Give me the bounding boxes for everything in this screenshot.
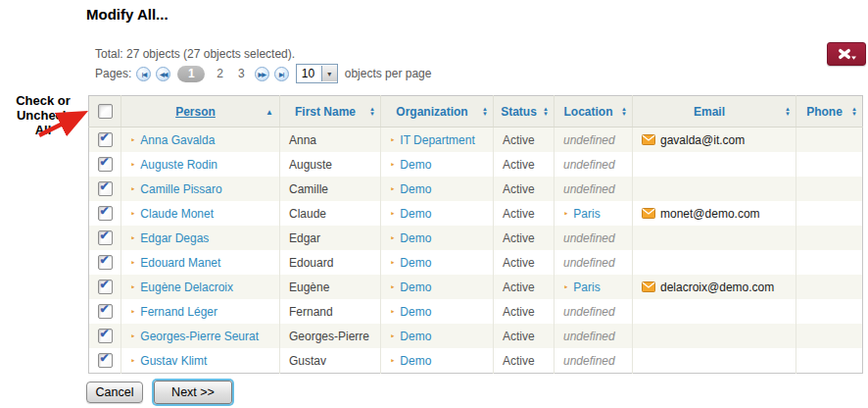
expand-arrow-icon[interactable]: ‣	[390, 332, 395, 341]
person-link[interactable]: Fernand Léger	[140, 305, 217, 319]
row-checkbox[interactable]: ✔	[98, 132, 113, 147]
expand-arrow-icon[interactable]: ‣	[390, 184, 395, 194]
person-cell: ‣Edgar Degas	[121, 226, 280, 250]
column-header-person[interactable]: Person ▲	[121, 96, 280, 128]
checkmark-icon: ✔	[100, 155, 110, 169]
per-page-select[interactable]: 10 ▾	[296, 64, 338, 83]
person-link[interactable]: Claude Monet	[140, 207, 214, 221]
sort-icon[interactable]: ▲▼	[543, 107, 549, 117]
expand-arrow-icon[interactable]: ‣	[390, 209, 395, 219]
row-checkbox[interactable]: ✔	[98, 206, 113, 221]
email-text: delacroix@demo.com	[660, 280, 774, 294]
expand-arrow-icon[interactable]: ‣	[130, 258, 135, 268]
status-cell: Active	[494, 275, 555, 299]
tools-menu-button[interactable]	[827, 42, 866, 66]
organization-link[interactable]: Demo	[400, 354, 431, 368]
phone-cell	[796, 275, 863, 299]
column-header-phone[interactable]: Phone ▲▼	[796, 96, 863, 128]
expand-arrow-icon[interactable]: ‣	[390, 356, 395, 366]
first-name-cell: Gustav	[280, 348, 381, 374]
page-2-link[interactable]: 2	[212, 67, 228, 80]
organization-link[interactable]: Demo	[400, 280, 431, 294]
select-all-checkbox[interactable]	[98, 104, 113, 119]
sort-asc-icon[interactable]: ▲	[265, 107, 273, 116]
organization-cell: ‣Demo	[381, 324, 494, 348]
last-page-button[interactable]: ▶|	[274, 67, 289, 81]
expand-arrow-icon[interactable]: ‣	[390, 307, 395, 317]
next-page-button[interactable]: ▶▶	[255, 67, 269, 81]
person-link[interactable]: Camille Pissaro	[140, 182, 221, 196]
previous-page-button[interactable]: ◀◀	[156, 67, 170, 81]
organization-link[interactable]: Demo	[400, 305, 431, 319]
status-text: Active	[494, 207, 535, 221]
sort-icon[interactable]: ▲▼	[621, 107, 627, 117]
expand-arrow-icon[interactable]: ‣	[390, 282, 395, 292]
row-checkbox[interactable]: ✔	[98, 329, 113, 343]
sort-icon[interactable]: ▲▼	[369, 107, 375, 117]
person-link[interactable]: Georges-Pierre Seurat	[140, 330, 259, 343]
column-header-location[interactable]: Location ▲▼	[555, 96, 633, 128]
organization-cell: ‣Demo	[381, 177, 494, 201]
person-link[interactable]: Gustav Klimt	[140, 354, 207, 368]
row-checkbox[interactable]: ✔	[98, 181, 113, 196]
organization-link[interactable]: IT Department	[400, 133, 474, 147]
expand-arrow-icon[interactable]: ‣	[390, 258, 395, 268]
expand-arrow-icon[interactable]: ‣	[390, 160, 395, 170]
expand-arrow-icon[interactable]: ‣	[130, 233, 135, 243]
email-cell	[633, 250, 796, 275]
location-undefined-text: undefined	[555, 330, 615, 343]
person-cell: ‣Anna Gavalda	[121, 128, 280, 153]
organization-link[interactable]: Demo	[400, 231, 431, 245]
sort-icon[interactable]: ▲▼	[482, 107, 488, 117]
person-link[interactable]: Edouard Manet	[140, 256, 220, 270]
status-text: Active	[494, 158, 535, 172]
organization-link[interactable]: Demo	[400, 330, 431, 343]
row-checkbox[interactable]: ✔	[98, 230, 113, 245]
email-cell	[633, 348, 796, 374]
organization-link[interactable]: Demo	[400, 207, 431, 221]
row-checkbox[interactable]: ✔	[98, 353, 113, 368]
row-checkbox[interactable]: ✔	[98, 280, 113, 294]
organization-cell: ‣Demo	[381, 275, 494, 299]
page-3-link[interactable]: 3	[233, 67, 250, 80]
expand-arrow-icon[interactable]: ‣	[390, 135, 395, 145]
organization-link[interactable]: Demo	[400, 182, 431, 196]
expand-arrow-icon[interactable]: ‣	[563, 282, 568, 292]
column-header-status[interactable]: Status ▲▼	[494, 96, 555, 128]
row-checkbox[interactable]: ✔	[98, 304, 113, 319]
column-header-organization[interactable]: Organization ▲▼	[381, 96, 494, 128]
person-link[interactable]: Eugène Delacroix	[140, 280, 233, 294]
expand-arrow-icon[interactable]: ‣	[130, 160, 135, 170]
expand-arrow-icon[interactable]: ‣	[390, 233, 395, 243]
person-link[interactable]: Auguste Rodin	[140, 158, 217, 172]
expand-arrow-icon[interactable]: ‣	[130, 356, 135, 366]
row-checkbox-cell: ✔	[89, 348, 121, 374]
location-link[interactable]: Paris	[573, 280, 600, 294]
expand-arrow-icon[interactable]: ‣	[130, 307, 135, 317]
organization-link[interactable]: Demo	[400, 158, 431, 172]
organization-cell: ‣Demo	[381, 299, 494, 324]
organization-cell: ‣Demo	[381, 226, 494, 250]
checkmark-icon: ✔	[100, 253, 110, 267]
person-link[interactable]: Anna Gavalda	[140, 133, 215, 147]
expand-arrow-icon[interactable]: ‣	[130, 209, 135, 219]
expand-arrow-icon[interactable]: ‣	[130, 282, 135, 292]
expand-arrow-icon[interactable]: ‣	[130, 135, 135, 145]
column-header-first-name[interactable]: First Name ▲▼	[280, 96, 381, 128]
expand-arrow-icon[interactable]: ‣	[130, 332, 135, 341]
first-name-text: Anna	[280, 133, 316, 147]
cancel-button[interactable]: Cancel	[86, 382, 143, 403]
row-checkbox[interactable]: ✔	[98, 157, 113, 172]
location-link[interactable]: Paris	[573, 207, 600, 221]
expand-arrow-icon[interactable]: ‣	[563, 209, 568, 219]
sort-icon[interactable]: ▲▼	[851, 107, 857, 117]
person-link[interactable]: Edgar Degas	[140, 231, 209, 245]
next-button[interactable]: Next >>	[154, 381, 232, 404]
organization-link[interactable]: Demo	[400, 256, 431, 270]
expand-arrow-icon[interactable]: ‣	[130, 184, 135, 194]
first-page-button[interactable]: |◀	[136, 67, 151, 81]
row-checkbox[interactable]: ✔	[98, 255, 113, 270]
checkmark-icon: ✔	[100, 229, 110, 242]
column-header-email[interactable]: Email ▲▼	[633, 96, 796, 128]
sort-icon[interactable]: ▲▼	[785, 107, 791, 117]
